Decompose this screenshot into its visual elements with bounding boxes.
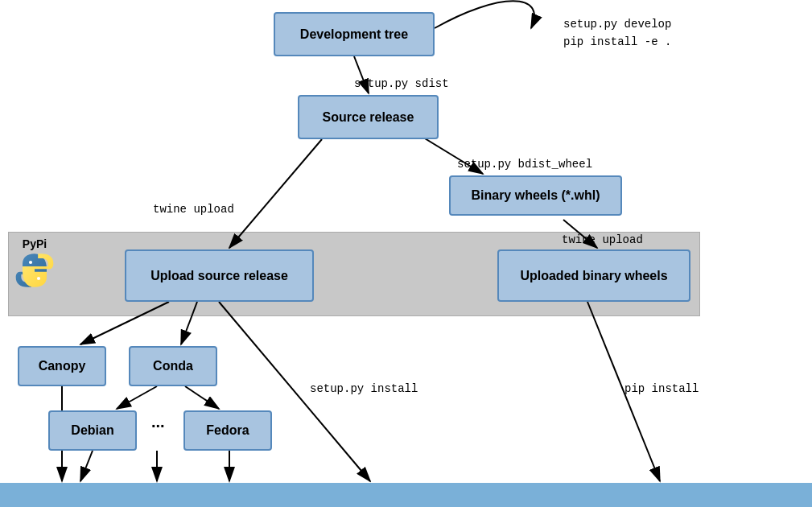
pypi-logo: PyPi — [14, 237, 55, 291]
dev-tree-node: Development tree — [274, 12, 435, 56]
binary-wheels-node: Binary wheels (*.whl) — [449, 175, 622, 216]
svg-point-1 — [37, 277, 40, 280]
twine-upload-left-label: twine upload — [153, 203, 234, 216]
setup-install-label: setup.py install — [310, 382, 418, 395]
uploaded-binary-node: Uploaded binary wheels — [497, 249, 690, 302]
canopy-node: Canopy — [18, 346, 106, 386]
setup-bdist-label: setup.py bdist_wheel — [457, 158, 592, 171]
fedora-node: Fedora — [183, 410, 272, 451]
pypi-label: PyPi — [23, 237, 47, 250]
python-logo-icon — [14, 250, 55, 291]
setup-sdist-label: setup.py sdist — [354, 77, 449, 90]
debian-node: Debian — [48, 410, 137, 451]
svg-line-11 — [185, 386, 219, 409]
svg-line-12 — [80, 451, 93, 481]
pip-install-e-label: pip install -e . — [563, 35, 671, 48]
upload-source-node: Upload source release — [125, 249, 314, 302]
svg-point-0 — [29, 261, 32, 264]
twine-upload-right-label: twine upload — [562, 233, 643, 246]
bottom-bar — [0, 483, 812, 507]
conda-node: Conda — [129, 346, 217, 386]
ellipsis-label: ··· — [151, 417, 165, 435]
diagram-container: PyPi — [0, 0, 812, 507]
pip-install-label: pip install — [624, 382, 699, 395]
setup-develop-label: setup.py develop — [563, 18, 671, 31]
source-release-node: Source release — [298, 95, 439, 139]
svg-line-10 — [117, 386, 157, 409]
